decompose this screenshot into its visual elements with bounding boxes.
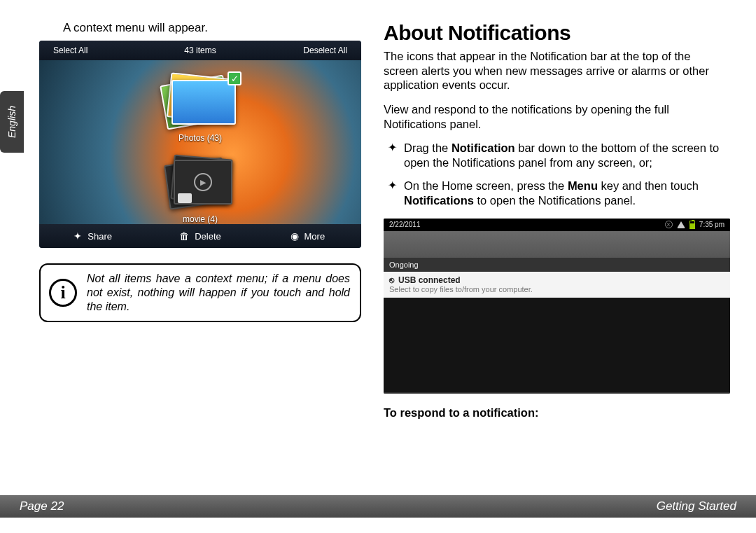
item-count: 43 items (151, 46, 249, 55)
section-name: Getting Started (657, 499, 736, 513)
note-text: Not all items have a context menu; if a … (87, 272, 350, 314)
info-note: i Not all items have a context menu; if … (39, 263, 361, 322)
delete-button[interactable]: 🗑Delete (146, 230, 253, 242)
status-date: 2/22/2011 (389, 221, 421, 228)
section-heading: About Notifications (384, 21, 727, 45)
notification-item[interactable]: ⎋USB connected Select to copy files to/f… (384, 272, 730, 298)
more-button[interactable]: ◉More (254, 230, 361, 242)
page-number: Page 22 (20, 499, 64, 513)
context-caption: A context menu will appear. (63, 21, 363, 35)
photos-thumb[interactable]: ✓ (162, 73, 239, 129)
ongoing-header: Ongoing (384, 258, 730, 272)
info-icon: i (49, 279, 77, 307)
panel-header (384, 231, 730, 258)
select-all-button[interactable]: Select All (39, 46, 151, 55)
more-icon: ◉ (290, 230, 299, 242)
screenshot-bottom-bar: ✦Share 🗑Delete ◉More (39, 224, 361, 248)
thumbnails-area: ✓ Photos (43) ▶ movie (4) (39, 73, 361, 224)
context-menu-screenshot: Select All 43 items Deselect All ✓ Photo… (39, 41, 361, 248)
checkmark-icon: ✓ (227, 71, 241, 85)
photos-label: Photos (43) (39, 133, 361, 143)
language-tab: English (0, 91, 24, 153)
bullet-1: ✦ Drag the Notification bar down to the … (388, 141, 727, 170)
page-footer: Page 22 Getting Started (0, 495, 756, 518)
bullet-list: ✦ Drag the Notification bar down to the … (384, 141, 727, 208)
panel-handle[interactable] (384, 392, 730, 394)
star-icon: ✦ (388, 141, 397, 170)
star-icon: ✦ (388, 179, 397, 208)
panel-empty-area (384, 298, 730, 392)
notifications-screenshot: 2/22/2011 ✕ 7:35 pm Ongoing ⎋USB connect… (384, 219, 730, 394)
play-icon: ▶ (194, 173, 212, 191)
battery-icon (690, 221, 695, 229)
left-column: A context menu will appear. Select All 4… (27, 21, 363, 420)
status-bar: 2/22/2011 ✕ 7:35 pm (384, 219, 730, 231)
deselect-all-button[interactable]: Deselect All (249, 46, 361, 55)
trash-icon: 🗑 (179, 230, 189, 242)
paragraph-2: View and respond to the notifications by… (384, 102, 727, 131)
notification-subtext: Select to copy files to/from your comput… (389, 285, 724, 293)
share-icon: ✦ (74, 230, 82, 242)
screenshot-top-bar: Select All 43 items Deselect All (39, 41, 361, 60)
folder-icon (178, 193, 192, 203)
movie-thumb[interactable]: ▶ (165, 153, 235, 212)
subheading: To respond to a notification: (384, 406, 727, 420)
sync-icon: ✕ (665, 221, 673, 228)
bullet-2: ✦ On the Home screen, press the Menu key… (388, 179, 727, 208)
right-column: About Notifications The icons that appea… (384, 21, 727, 420)
page-body: A context menu will appear. Select All 4… (0, 0, 756, 420)
share-button[interactable]: ✦Share (39, 230, 146, 242)
usb-icon: ⎋ (389, 275, 394, 285)
paragraph-1: The icons that appear in the Notificatio… (384, 49, 727, 92)
status-time: 7:35 pm (699, 221, 724, 228)
wifi-icon (677, 221, 685, 228)
movie-label: movie (4) (39, 214, 361, 224)
